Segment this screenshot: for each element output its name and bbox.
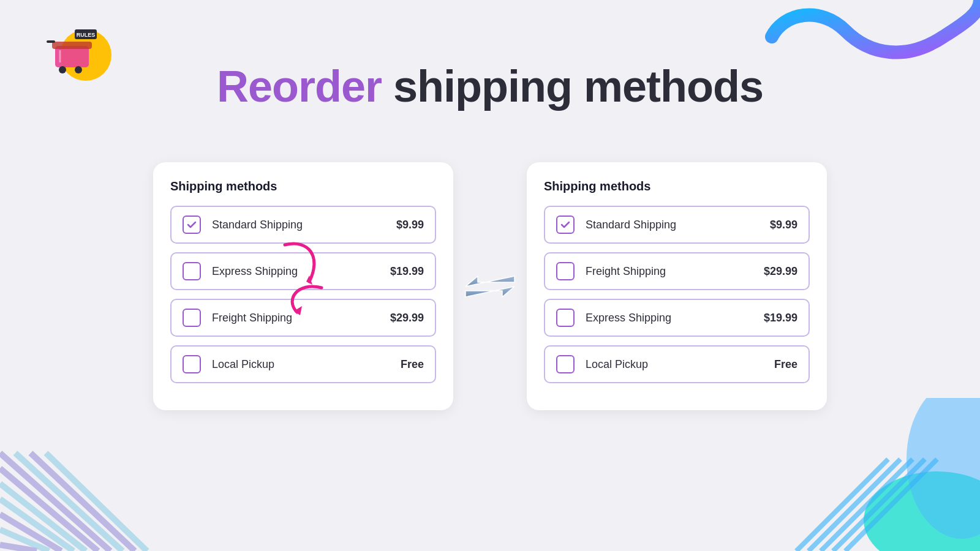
left-card-wrapper: Shipping methods Standard Shipping $9.99… <box>153 162 453 410</box>
title-dark: shipping methods <box>382 62 763 111</box>
right-row-local[interactable]: Local Pickup Free <box>544 345 810 383</box>
checkbox-local-right[interactable] <box>556 355 575 373</box>
svg-rect-21 <box>52 42 92 49</box>
right-card-title: Shipping methods <box>544 179 810 193</box>
svg-point-1 <box>907 398 980 539</box>
svg-line-2 <box>796 459 888 551</box>
checkbox-express-left[interactable] <box>183 262 201 280</box>
left-standard-name: Standard Shipping <box>212 219 396 231</box>
svg-line-14 <box>15 453 123 551</box>
svg-line-16 <box>46 453 147 551</box>
checkbox-freight-right[interactable] <box>556 262 575 280</box>
right-standard-price: $9.99 <box>770 219 797 231</box>
left-local-price: Free <box>401 358 424 371</box>
bidirectional-arrow <box>459 265 521 308</box>
svg-marker-27 <box>466 276 514 287</box>
svg-line-4 <box>821 459 913 551</box>
svg-text:RULES: RULES <box>77 32 96 38</box>
left-express-name: Express Shipping <box>212 265 390 278</box>
right-express-price: $19.99 <box>764 312 797 324</box>
svg-marker-28 <box>466 287 514 297</box>
left-express-price: $19.99 <box>390 265 424 278</box>
svg-line-6 <box>845 459 937 551</box>
left-row-standard[interactable]: Standard Shipping $9.99 <box>170 206 436 244</box>
right-card: Shipping methods Standard Shipping $9.99… <box>527 162 827 410</box>
left-freight-name: Freight Shipping <box>212 312 390 324</box>
checkbox-standard-right[interactable] <box>556 216 575 234</box>
right-row-freight[interactable]: Freight Shipping $29.99 <box>544 252 810 290</box>
svg-line-10 <box>0 499 74 551</box>
right-row-express[interactable]: Express Shipping $19.99 <box>544 299 810 337</box>
svg-line-7 <box>0 453 110 551</box>
svg-line-3 <box>809 459 900 551</box>
checkbox-standard-left[interactable] <box>183 216 201 234</box>
left-row-freight[interactable]: Freight Shipping $29.99 <box>170 299 436 337</box>
svg-line-9 <box>0 484 86 551</box>
left-freight-price: $29.99 <box>390 312 424 324</box>
svg-line-11 <box>0 514 61 551</box>
page-title: Reorder shipping methods <box>0 61 980 111</box>
svg-line-15 <box>31 453 135 551</box>
svg-line-8 <box>0 468 98 551</box>
checkbox-freight-left[interactable] <box>183 309 201 327</box>
checkbox-express-right[interactable] <box>556 309 575 327</box>
left-row-local[interactable]: Local Pickup Free <box>170 345 436 383</box>
bg-decoration-bottom-right <box>766 398 980 551</box>
left-card-title: Shipping methods <box>170 179 436 193</box>
left-card: Shipping methods Standard Shipping $9.99… <box>153 162 453 410</box>
right-freight-price: $29.99 <box>764 265 797 278</box>
left-local-name: Local Pickup <box>212 358 401 371</box>
svg-line-12 <box>0 530 49 551</box>
checkbox-local-left[interactable] <box>183 355 201 373</box>
svg-line-5 <box>833 459 925 551</box>
right-standard-name: Standard Shipping <box>586 219 770 231</box>
right-express-name: Express Shipping <box>586 312 764 324</box>
middle-arrow <box>453 265 527 308</box>
cards-container: Shipping methods Standard Shipping $9.99… <box>86 162 894 410</box>
svg-line-13 <box>0 545 37 551</box>
left-row-express[interactable]: Express Shipping $19.99 <box>170 252 436 290</box>
right-local-name: Local Pickup <box>586 358 774 371</box>
svg-point-0 <box>864 471 980 551</box>
right-row-standard[interactable]: Standard Shipping $9.99 <box>544 206 810 244</box>
right-local-price: Free <box>774 358 797 371</box>
title-purple: Reorder <box>217 62 382 111</box>
left-standard-price: $9.99 <box>396 219 424 231</box>
right-freight-name: Freight Shipping <box>586 265 764 278</box>
